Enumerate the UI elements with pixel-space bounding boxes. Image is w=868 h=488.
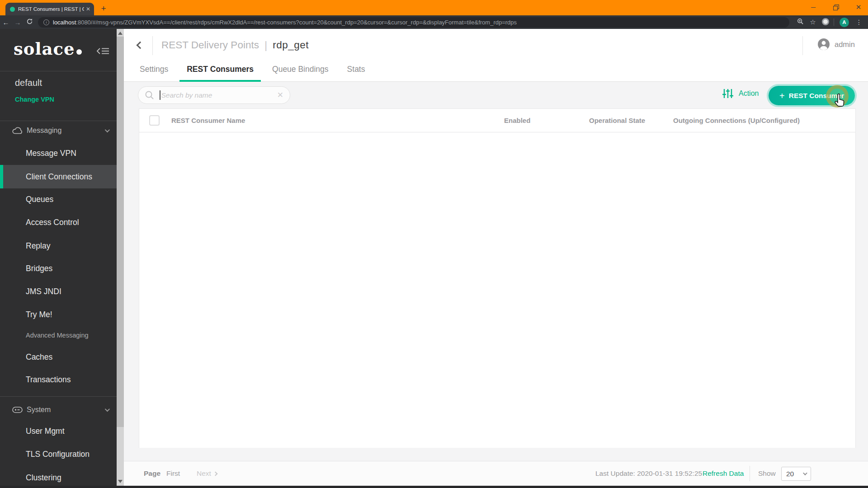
sidebar-section-system[interactable]: System [0,401,117,419]
header-divider [802,36,803,55]
column-header: Outgoing Connections (Up/Configured) [673,117,855,124]
minimize-icon[interactable]: ─ [803,0,824,14]
menu-kebab-icon[interactable]: ⋮ [853,19,865,26]
search-input[interactable] [161,91,277,99]
scrollbar-thumb[interactable] [117,37,124,427]
solace-logo: solace [14,39,82,59]
tab-queue-bindings[interactable]: Queue Bindings [272,57,329,81]
last-update-text: Last Update: 2020-01-31 19:52:25 [595,469,702,478]
app-window: REST Consumers | REST | Client C ✕ + ─ ✕… [0,0,868,488]
next-chevron-icon [213,471,217,476]
sidebar-section-label: Messaging [27,127,105,135]
reload-icon[interactable] [24,18,35,26]
sidebar-divider [0,396,117,397]
sidebar-item-access-control[interactable]: Access Control [0,211,117,233]
tab-settings[interactable]: Settings [140,57,168,81]
page-header: REST Delivery Points | rdp_get admin Set… [124,29,868,82]
back-icon[interactable]: ← [0,19,12,26]
action-menu[interactable]: Action [722,89,759,99]
table-header-row: REST Consumer Name Enabled Operational S… [139,109,855,132]
sidebar-item-tls-configuration[interactable]: TLS Configuration [0,443,117,465]
table-body-empty [139,132,855,448]
add-rest-consumer-button[interactable]: + REST Consumer [769,86,855,105]
back-chevron-icon [137,42,144,49]
plus-icon: + [779,91,785,100]
window-bottom-edge [0,486,868,488]
browser-titlebar: REST Consumers | REST | Client C ✕ + ─ ✕ [0,0,868,15]
sidebar-item-user-mgmt[interactable]: User Mgmt [0,420,117,442]
sidebar-item-clustering[interactable]: Clustering [0,467,117,488]
sidebar-item-try-me[interactable]: Try Me! [0,304,117,325]
sidebar-item-transactions[interactable]: Transactions [0,369,117,390]
footer-divider [750,466,750,481]
breadcrumb-parent[interactable]: REST Delivery Points [161,39,259,51]
next-page-link[interactable]: Next [197,469,217,478]
clear-search-icon[interactable]: ✕ [277,90,283,100]
user-menu[interactable]: admin [817,38,855,51]
tab-bar: Settings REST Consumers Queue Bindings S… [124,57,383,81]
rest-consumers-table: REST Consumer Name Enabled Operational S… [139,108,856,448]
scrollbar-up-icon[interactable] [118,32,123,35]
extension-icon[interactable] [819,18,832,27]
page-label: Page [144,469,160,478]
page-size-select[interactable]: 20 [781,467,811,481]
sidebar-item-client-connections[interactable]: Client Connections [0,165,117,188]
sidebar-divider [0,121,117,121]
url-bar[interactable]: i localhost:8080/#/msg-vpns/ZGVmYXVsdA==… [38,17,789,28]
action-label: Action [739,89,759,98]
text-caret [160,90,160,100]
pagination-footer: Page First Next Last Update: 2020-01-31 … [124,461,868,486]
url-text: localhost:8080/#/msg-vpns/ZGVmYXVsdA==/c… [53,19,517,26]
header-divider [152,36,153,55]
user-icon [817,38,830,51]
toolbar-divider [834,19,834,26]
chevron-down-icon [105,127,110,132]
show-label: Show [758,469,776,478]
vpn-name: default [15,78,42,88]
change-vpn-link[interactable]: Change VPN [15,96,54,103]
first-page-link[interactable]: First [166,469,180,478]
forward-icon[interactable]: → [12,19,24,26]
close-icon[interactable]: ✕ [848,0,868,14]
username: admin [835,40,855,49]
back-button[interactable] [134,39,147,52]
sidebar-item-advanced-messaging[interactable]: Advanced Messaging [0,325,117,345]
cloud-icon [12,127,23,134]
sidebar-section-messaging[interactable]: Messaging [0,122,117,140]
search-icon [145,90,154,100]
browser-tab[interactable]: REST Consumers | REST | Client C ✕ [5,3,94,15]
sidebar-scrollbar[interactable] [117,29,124,486]
column-header: Operational State [589,117,673,124]
favicon-dot-icon [10,7,15,12]
tab-rest-consumers[interactable]: REST Consumers [179,57,261,81]
column-header: REST Consumer Name [171,117,504,124]
sidebar-item-bridges[interactable]: Bridges [0,258,117,279]
tab-close-icon[interactable]: ✕ [86,6,90,12]
browser-profile-avatar[interactable]: A [840,18,849,27]
select-all-checkbox[interactable] [149,115,160,126]
logo-dot-icon [76,49,82,55]
info-icon[interactable]: i [43,19,49,25]
breadcrumb-separator: | [264,39,267,52]
zoom-icon[interactable] [794,18,807,26]
restore-icon[interactable] [826,0,846,14]
sidebar: solace default Change VPN Messaging Mess… [0,29,117,486]
search-box[interactable]: ✕ [138,86,290,104]
sidebar-item-jms-jndi[interactable]: JMS JNDI [0,281,117,302]
sidebar-item-replay[interactable]: Replay [0,235,117,257]
tab-stats[interactable]: Stats [347,57,365,81]
sidebar-section-label: System [27,406,105,414]
action-filter-icon [722,89,733,99]
system-chip-icon [12,407,23,413]
chevron-down-icon [105,407,110,412]
new-tab-icon[interactable]: + [98,3,109,14]
sidebar-item-message-vpn[interactable]: Message VPN [0,142,117,164]
bookmark-star-icon[interactable]: ☆ [807,18,819,26]
sidebar-item-queues[interactable]: Queues [0,188,117,210]
scrollbar-down-icon[interactable] [118,480,123,483]
tab-title: REST Consumers | REST | Client C [18,6,84,12]
refresh-data-link[interactable]: Refresh Data [703,469,744,478]
sidebar-item-caches[interactable]: Caches [0,346,117,368]
collapse-sidebar-icon[interactable] [97,47,109,57]
browser-toolbar: ← → i localhost:8080/#/msg-vpns/ZGVmYXVs… [0,15,868,29]
